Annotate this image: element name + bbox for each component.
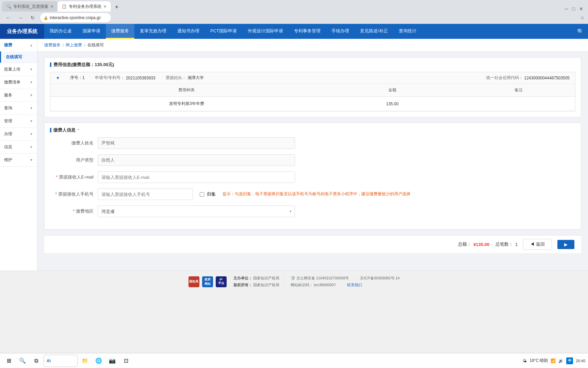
reload-button[interactable]: ↻: [28, 13, 37, 22]
collect-label[interactable]: 归集: [207, 191, 216, 197]
back-button[interactable]: ◀ 返回: [523, 239, 552, 250]
bookmark-icon[interactable]: ☆: [580, 15, 585, 20]
footer-police-no: 11040102700058号: [316, 276, 349, 280]
required-marker: *: [78, 128, 79, 132]
footer-host: 国家知识产权局: [253, 276, 279, 280]
new-tab-button[interactable]: ＋: [112, 2, 121, 12]
footer-police-icon: 🛡️: [291, 276, 295, 280]
tab-baidu-close[interactable]: ✕: [50, 4, 53, 9]
sidebar: 缴费 ▲ 在线填写 批量上传 ▼ 缴费清单 ▼: [0, 39, 37, 271]
footer-icp: 京ICP备05069085号-14: [360, 276, 399, 280]
sidebar-section-manage: 管理 ▼: [0, 115, 37, 128]
count-value: 1: [515, 242, 518, 247]
fee-table-header-amount: 金额: [323, 84, 462, 97]
forward-browser-button[interactable]: →: [16, 13, 25, 22]
footer-logo-icp: IP平台: [216, 276, 227, 287]
region-select-wrapper: 河北省 北京市 上海市 广东省 ▾: [98, 205, 295, 217]
breadcrumb-online-pay[interactable]: 网上缴费: [66, 42, 82, 48]
tab-patent-close[interactable]: ✕: [103, 4, 107, 9]
sidebar-handle-arrow: ▼: [30, 132, 33, 136]
payer-name-input[interactable]: [98, 137, 295, 149]
form-row-region: 缴费地区 河北省 北京市 上海市 广东省 ▾: [50, 205, 575, 217]
sidebar-section-upload-label: 批量上传: [4, 66, 20, 72]
phone-label: 票据接收人手机号: [50, 191, 98, 197]
nav-item-affairs[interactable]: 专利事务管理: [289, 24, 326, 39]
region-select[interactable]: 河北省 北京市 上海市 广东省: [98, 205, 295, 217]
collect-hint: 提示：勾选归集，电子票据将归集至以该手机号为账号的电子票夹小程序中，建议缴费量较…: [223, 191, 575, 197]
top-navigation: 业务办理系统 我的办公桌 国家申请 缴费服务 复审无效办理 通知书办理 PCT国…: [0, 24, 588, 39]
tab-patent-label: 专利业务办理系统: [69, 4, 101, 10]
next-button[interactable]: ▶: [557, 240, 574, 249]
total-label: 总额：: [458, 241, 471, 247]
sidebar-maintain-arrow: ▼: [30, 158, 33, 162]
total-amount: ¥135.00: [473, 242, 489, 247]
fee-record: ▼ 序号：1 申请号/专利号： 2021105393933 票据抬头： 湘潭大学: [50, 72, 575, 111]
sidebar-list-arrow: ▼: [30, 80, 33, 84]
sidebar-section-fee: 缴费 ▲ 在线填写: [0, 39, 37, 63]
user-type-input[interactable]: [98, 154, 295, 166]
nav-item-invalid[interactable]: 复审无效办理: [134, 24, 172, 39]
nav-item-query[interactable]: 查询统计: [393, 24, 422, 39]
fee-table-row: 发明专利第3年年费 135.00: [50, 97, 575, 111]
sidebar-info-arrow: ▼: [30, 145, 33, 149]
name-label: 缴费人姓名: [50, 140, 98, 146]
nav-search-icon[interactable]: 🔍: [573, 28, 588, 35]
footer-police-label: 京公网安备: [296, 276, 315, 280]
back-browser-button[interactable]: ←: [3, 13, 13, 22]
tab-patent[interactable]: 📋 专利业务办理系统 ✕: [58, 1, 111, 12]
sidebar-section-query: 查询 ▼: [0, 102, 37, 115]
sidebar-section-manage-header[interactable]: 管理 ▼: [0, 115, 37, 127]
nav-item-pct[interactable]: PCT国际申请: [205, 24, 242, 39]
brand-logo: 业务办理系统: [0, 24, 44, 39]
nav-item-national[interactable]: 国家申请: [77, 24, 106, 39]
sidebar-section-svc-header[interactable]: 服务 ▼: [0, 89, 37, 102]
sidebar-section-info-label: 信息: [4, 144, 12, 150]
page-layout: 缴费 ▲ 在线填写 批量上传 ▼ 缴费清单 ▼: [0, 39, 588, 271]
sidebar-section-handle-header[interactable]: 办理 ▼: [0, 128, 37, 140]
breadcrumb-fee-service[interactable]: 缴费服务: [44, 42, 61, 48]
phone-input[interactable]: [98, 188, 193, 200]
nav-item-notice[interactable]: 通知书办理: [172, 24, 205, 39]
nav-item-fee[interactable]: 缴费服务: [106, 24, 134, 39]
collect-checkbox[interactable]: [200, 192, 204, 197]
fee-table-header-type: 费用种类: [50, 84, 323, 97]
restore-button[interactable]: □: [572, 6, 575, 12]
sidebar-section-query-header[interactable]: 查询 ▼: [0, 102, 37, 114]
nav-item-opinion[interactable]: 意见陈述/补正: [355, 24, 393, 39]
email-input[interactable]: [98, 171, 295, 183]
nav-item-handle[interactable]: 手续办理: [326, 24, 355, 39]
sidebar-section-info: 信息 ▼: [0, 141, 37, 154]
sidebar-section-fee-label: 缴费: [4, 42, 12, 48]
sidebar-section-maintain-header[interactable]: 维护 ▼: [0, 154, 37, 166]
sidebar-section-fee-header[interactable]: 缴费 ▲: [0, 39, 37, 51]
fee-info-title: 费用信息(缴费总额：135.00元): [45, 58, 581, 72]
breadcrumb-sep1: /: [63, 43, 64, 48]
close-button[interactable]: ✕: [579, 6, 583, 12]
sidebar-section-info-header[interactable]: 信息 ▼: [0, 141, 37, 153]
record-toggle[interactable]: ▼: [56, 76, 60, 80]
footer-copyright-label: 版权所有：: [233, 283, 252, 287]
fee-table-header-note: 备注: [462, 84, 575, 97]
footer-logo-red: 国知局: [189, 276, 199, 287]
nav-item-desk[interactable]: 我的办公桌: [44, 24, 77, 39]
tab-baidu-favicon: 🔍: [6, 4, 11, 9]
minimize-button[interactable]: ─: [565, 6, 568, 12]
sidebar-section-list-header[interactable]: 缴费清单 ▼: [0, 76, 37, 89]
sidebar-section-manage-label: 管理: [4, 118, 12, 124]
nav-menu: 我的办公桌 国家申请 缴费服务 复审无效办理 通知书办理 PCT国际申请 外观设…: [44, 24, 422, 39]
record-credit: 统一社会信用代码： 12430000044487503505: [486, 75, 570, 81]
tab-baidu[interactable]: 🔍 专利系统_百度搜索 ✕: [2, 1, 58, 12]
sidebar-item-online-fill[interactable]: 在线填写: [0, 51, 37, 63]
breadcrumb: 缴费服务 / 网上缴费 / 在线填写: [37, 39, 588, 52]
url-input[interactable]: [40, 13, 111, 22]
payer-info-card: 缴费人信息 * 缴费人姓名 用户类型: [44, 123, 581, 230]
record-header: ▼ 序号：1 申请号/专利号： 2021105393933 票据抬头： 湘潭大学: [50, 72, 575, 84]
sidebar-section-upload-header[interactable]: 批量上传 ▼: [0, 63, 37, 76]
footer-contact-link[interactable]: 联系我们: [347, 283, 362, 287]
footer-siteid: bm38000007: [314, 283, 336, 287]
sidebar-manage-arrow: ▼: [30, 119, 33, 123]
fee-note-cell: [462, 97, 575, 111]
footer-siteid-label: 网站标识码：: [291, 283, 313, 287]
usertype-label: 用户类型: [50, 157, 98, 163]
nav-item-design[interactable]: 外观设计国际申请: [242, 24, 289, 39]
